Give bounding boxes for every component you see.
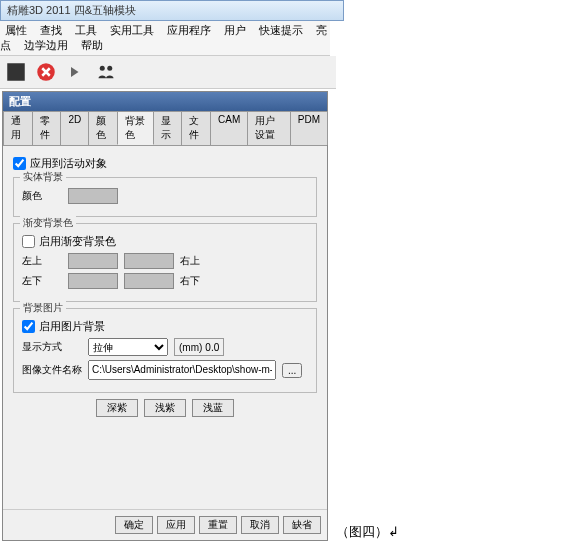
arrow-right-icon[interactable] [63, 59, 89, 85]
dialog-footer: 确定 应用 重置 取消 缺省 [3, 509, 327, 540]
cancel-icon[interactable] [33, 59, 59, 85]
tab-file[interactable]: 文件 [181, 111, 211, 145]
dialog-title: 配置 [3, 92, 327, 111]
tabs: 通用 零件 2D 颜色 背景色 显示 文件 CAM 用户设置 PDM [3, 111, 327, 146]
enable-image-checkbox[interactable] [22, 320, 35, 333]
solid-color-label: 颜色 [22, 189, 62, 203]
tab-parts[interactable]: 零件 [32, 111, 62, 145]
image-file-label: 图像文件名称 [22, 363, 82, 377]
menu-item[interactable]: 帮助 [76, 39, 108, 51]
browse-button[interactable]: ... [282, 363, 302, 378]
unit-label: (mm) [179, 342, 202, 353]
display-mode-select[interactable]: 拉伸 [88, 338, 168, 356]
menu-item[interactable]: 边学边用 [19, 39, 73, 51]
solid-bg-group: 实体背景 颜色 [13, 177, 317, 217]
menu-item[interactable]: 快速提示 [254, 24, 308, 36]
preset-deep-purple[interactable]: 深紫 [96, 399, 138, 417]
tab-2d[interactable]: 2D [60, 111, 89, 145]
menu-item[interactable]: 查找 [35, 24, 67, 36]
image-bg-title: 背景图片 [20, 301, 66, 315]
app-title-bar: 精雕3D 2011 四&五轴模块 [0, 0, 344, 21]
top-toolbar [0, 56, 336, 89]
tab-content: 应用到活动对象 实体背景 颜色 渐变背景色 启用渐变背景色 左上 右上 左下 [3, 146, 327, 509]
grad-bottom-left-color[interactable] [68, 273, 118, 289]
apply-active-label: 应用到活动对象 [30, 156, 107, 171]
menu-item[interactable]: 实用工具 [105, 24, 159, 36]
enable-gradient-label: 启用渐变背景色 [39, 234, 116, 249]
unit-box: (mm) 0.0 [174, 338, 224, 356]
menu-bar: 属性 查找 工具 实用工具 应用程序 用户 快速提示 亮点 边学边用 帮助 [0, 21, 330, 56]
enable-image-label: 启用图片背景 [39, 319, 105, 334]
gradient-bg-group: 渐变背景色 启用渐变背景色 左上 右上 左下 右下 [13, 223, 317, 302]
tab-background[interactable]: 背景色 [117, 111, 154, 145]
tab-color[interactable]: 颜色 [88, 111, 118, 145]
tab-cam[interactable]: CAM [210, 111, 248, 145]
grad-bottom-right-label: 右下 [180, 274, 200, 288]
solid-color-button[interactable] [68, 188, 118, 204]
apply-button[interactable]: 应用 [157, 516, 195, 534]
grad-top-left-label: 左上 [22, 254, 62, 268]
menu-item[interactable]: 工具 [70, 24, 102, 36]
app-title: 精雕3D 2011 四&五轴模块 [7, 4, 136, 16]
menu-item[interactable]: 用户 [219, 24, 251, 36]
svg-rect-0 [7, 63, 25, 81]
figure-4-caption: （图四）↲ [336, 523, 399, 541]
tab-display[interactable]: 显示 [153, 111, 183, 145]
toolbar-icon-1[interactable] [3, 59, 29, 85]
gradient-bg-title: 渐变背景色 [20, 216, 76, 230]
grad-bottom-right-color[interactable] [124, 273, 174, 289]
svg-point-3 [107, 66, 112, 71]
solid-bg-title: 实体背景 [20, 170, 66, 184]
tab-general[interactable]: 通用 [3, 111, 33, 145]
menu-item[interactable]: 应用程序 [162, 24, 216, 36]
cancel-button[interactable]: 取消 [241, 516, 279, 534]
display-mode-label: 显示方式 [22, 340, 82, 354]
tab-user[interactable]: 用户设置 [247, 111, 290, 145]
menu-item[interactable]: 属性 [0, 24, 32, 36]
tab-pdm[interactable]: PDM [290, 111, 328, 145]
preset-light-purple[interactable]: 浅紫 [144, 399, 186, 417]
reset-button[interactable]: 重置 [199, 516, 237, 534]
enable-gradient-checkbox[interactable] [22, 235, 35, 248]
grad-top-right-label: 右上 [180, 254, 200, 268]
config-dialog: 配置 通用 零件 2D 颜色 背景色 显示 文件 CAM 用户设置 PDM 应用… [2, 91, 328, 541]
ok-button[interactable]: 确定 [115, 516, 153, 534]
svg-point-2 [100, 66, 105, 71]
grad-top-left-color[interactable] [68, 253, 118, 269]
image-bg-group: 背景图片 启用图片背景 显示方式 拉伸 (mm) 0.0 图像文件名称 ... [13, 308, 317, 393]
default-button[interactable]: 缺省 [283, 516, 321, 534]
preset-light-blue[interactable]: 浅蓝 [192, 399, 234, 417]
image-file-input[interactable] [88, 360, 276, 380]
people-icon[interactable] [93, 59, 119, 85]
grad-top-right-color[interactable] [124, 253, 174, 269]
unit-value: 0.0 [205, 342, 219, 353]
apply-active-checkbox[interactable] [13, 157, 26, 170]
grad-bottom-left-label: 左下 [22, 274, 62, 288]
